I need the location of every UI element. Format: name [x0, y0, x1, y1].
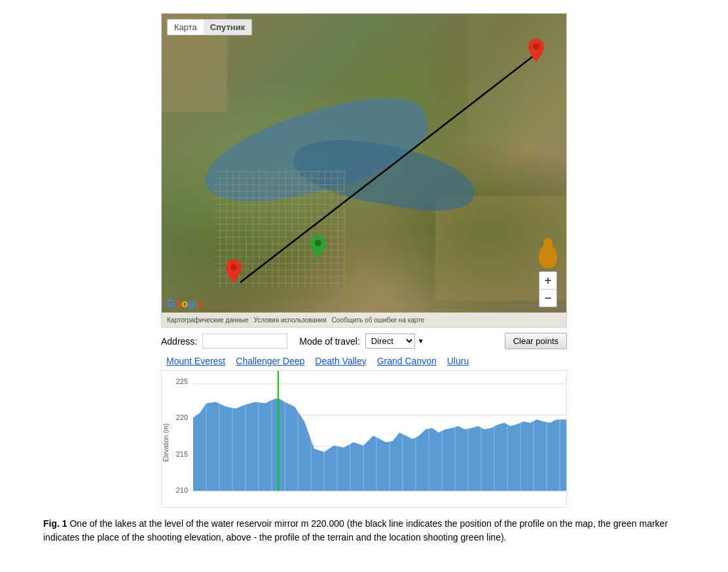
y-tick-225: 225 — [176, 377, 188, 385]
link-uluru[interactable]: Uluru — [447, 356, 469, 366]
caption-text: One of the lakes at the level of the wat… — [43, 518, 668, 543]
svg-marker-13 — [193, 398, 566, 491]
tab-map[interactable]: Карта — [168, 20, 204, 35]
svg-point-1 — [230, 264, 237, 271]
clear-points-button[interactable]: Clear points — [505, 333, 567, 349]
marker-green-center — [309, 235, 327, 259]
chart-svg-area — [193, 371, 566, 507]
link-death-valley[interactable]: Death Valley — [315, 356, 366, 366]
pegman-icon[interactable] — [539, 244, 557, 268]
main-container: + − Google Карта Спутник Картографически… — [39, 13, 689, 544]
svg-rect-6 — [545, 261, 547, 267]
map-background: + − Google Карта Спутник Картографически… — [162, 14, 566, 327]
zoom-controls: + − — [539, 271, 557, 307]
link-grand-canyon[interactable]: Grand Canyon — [377, 356, 437, 366]
y-tick-210: 210 — [176, 486, 188, 494]
marker-red-bottom — [225, 259, 243, 283]
address-label: Address: — [161, 336, 197, 347]
figure-caption: Fig. 1 One of the lakes at the level of … — [43, 517, 685, 544]
zoom-out-button[interactable]: − — [539, 290, 556, 307]
map-bottom-bar: Картографические данные Условия использо… — [162, 313, 566, 327]
svg-rect-7 — [549, 261, 551, 267]
location-links: Mount Everest Challenger Deep Death Vall… — [161, 354, 567, 370]
svg-rect-5 — [545, 252, 551, 261]
y-axis-label: Elevation (m) — [162, 423, 170, 462]
y-tick-220: 220 — [176, 413, 188, 421]
marker-red-top — [527, 39, 545, 62]
address-input[interactable] — [202, 334, 287, 349]
map-data-label: Картографические данные — [167, 316, 249, 324]
svg-point-2 — [315, 240, 321, 246]
y-tick-215: 215 — [176, 450, 188, 458]
svg-point-4 — [545, 246, 551, 252]
report-error-link[interactable]: Сообщить об ошибке на карте — [332, 316, 425, 324]
map-type-tabs: Карта Спутник — [167, 19, 252, 35]
map-area: + − Google Карта Спутник Картографически… — [161, 13, 567, 328]
select-arrow-icon: ▼ — [418, 337, 424, 345]
link-mount-everest[interactable]: Mount Everest — [166, 356, 225, 366]
elevation-chart: 225 220 215 210 Elevation (m) — [161, 370, 567, 508]
elevation-chart-svg — [193, 371, 566, 507]
controls-row: Address: Mode of travel: Direct Road Wal… — [161, 328, 567, 354]
mode-select[interactable]: Direct Road Walking — [365, 334, 415, 349]
zoom-in-button[interactable]: + — [539, 272, 556, 289]
tab-satellite[interactable]: Спутник — [204, 20, 251, 35]
terms-link[interactable]: Условия использования — [254, 316, 327, 324]
chart-y-axis: 225 220 215 210 Elevation (m) — [162, 371, 193, 507]
link-challenger-deep[interactable]: Challenger Deep — [236, 356, 304, 366]
svg-point-3 — [533, 43, 539, 50]
mode-of-travel-label: Mode of travel: — [299, 336, 360, 347]
google-logo: Google — [167, 298, 203, 310]
caption-bold: Fig. 1 — [43, 518, 67, 529]
terrain-patch-2 — [468, 14, 566, 145]
